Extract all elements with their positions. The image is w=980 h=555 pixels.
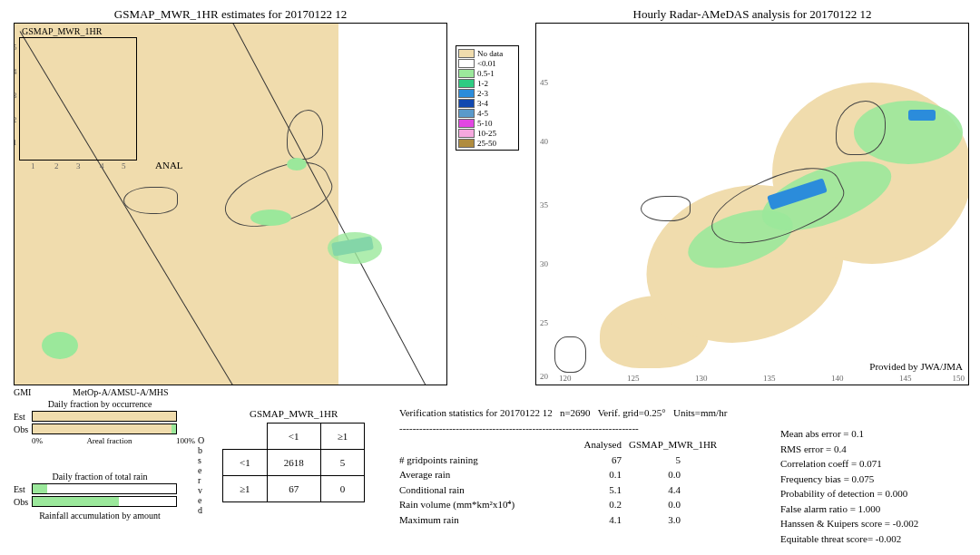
inset-box: GSMAP_MWR_1HR 5 4 3 2 1 1 2 3 4 5 xyxy=(19,37,137,161)
metric-item: False alarm ratio = 1.000 xyxy=(780,501,918,517)
legend-item: 10-25 xyxy=(458,128,516,138)
legend-item: 3-4 xyxy=(458,98,516,108)
bar-panel-occurrence: Daily fraction by occurrence Est Obs 0% … xyxy=(14,399,186,445)
metric-item: Hanssen & Kuipers score = -0.002 xyxy=(780,516,918,531)
observed-axis-label: Observed xyxy=(198,435,204,515)
legend-item: 5-10 xyxy=(458,118,516,128)
stats-row: Average rain0.10.0 xyxy=(399,467,762,482)
anal-label: ANAL xyxy=(155,160,183,170)
metric-item: Mean abs error = 0.1 xyxy=(780,426,918,442)
metric-item: Correlation coeff = 0.071 xyxy=(780,456,918,472)
ct-cell-21: 67 xyxy=(267,476,320,502)
bar-title-1: Daily fraction by occurrence xyxy=(14,399,186,409)
legend-item: 1-2 xyxy=(458,78,516,88)
inset-label: GSMAP_MWR_1HR xyxy=(22,26,102,36)
verification-stats: Verification statistics for 20170122 12 … xyxy=(399,405,762,527)
color-legend: No data<0.010.5-11-22-33-44-55-1010-2525… xyxy=(456,45,519,151)
bar-title-2: Daily fraction of total rain xyxy=(14,472,186,482)
ct-cell-22: 0 xyxy=(320,476,365,502)
bar-panel-totalrain: Daily fraction of total rain Est Obs Rai… xyxy=(14,472,186,521)
left-footer-gmi: GMI xyxy=(14,387,31,397)
metrics-list: Mean abs error = 0.1RMS error = 0.4Corre… xyxy=(780,426,918,546)
stats-row: Maximum rain4.13.0 xyxy=(399,512,762,528)
metric-item: Frequency bias = 0.075 xyxy=(780,472,918,487)
contingency-table: GSMAP_MWR_1HR <1 ≥1 <1 2618 5 ≥1 67 0 xyxy=(222,408,365,502)
left-map-body: GSMAP_MWR_1HR 5 4 3 2 1 1 2 3 4 5 ANAL xyxy=(15,24,446,385)
bar-caption-3: Rainfall accumulation by amount xyxy=(14,511,186,521)
legend-item: <0.01 xyxy=(458,58,516,68)
stats-row: Rain volume (mm*km²x10⁴)0.20.0 xyxy=(399,497,762,512)
right-map-title: Hourly Radar-AMeDAS analysis for 2017012… xyxy=(536,7,968,22)
metric-item: Probability of detection = 0.000 xyxy=(780,486,918,501)
right-map-body: 45 40 35 30 25 20 120 125 130 135 140 14… xyxy=(536,24,968,385)
legend-item: 2-3 xyxy=(458,88,516,98)
legend-item: 25-50 xyxy=(458,138,516,148)
left-map-panel: GSMAP_MWR_1HR estimates for 20170122 12 … xyxy=(14,23,447,385)
ct-cell-12: 5 xyxy=(320,450,365,476)
left-map-title: GSMAP_MWR_1HR estimates for 20170122 12 xyxy=(15,7,446,22)
ct-cell-11: 2618 xyxy=(267,450,320,476)
provided-by: Provided by JWA/JMA xyxy=(869,361,963,372)
legend-item: No data xyxy=(458,48,516,58)
metric-item: RMS error = 0.4 xyxy=(780,442,918,457)
left-footer-metop: MetOp-A/AMSU-A/MHS xyxy=(73,387,169,397)
legend-item: 4-5 xyxy=(458,108,516,118)
legend-item: 0.5-1 xyxy=(458,68,516,78)
metric-item: Equitable threat score= -0.002 xyxy=(780,531,918,547)
right-map-panel: Hourly Radar-AMeDAS analysis for 2017012… xyxy=(535,23,969,385)
stats-row: Conditional rain5.14.4 xyxy=(399,482,762,498)
stats-row: # gridpoints raining675 xyxy=(399,453,762,468)
